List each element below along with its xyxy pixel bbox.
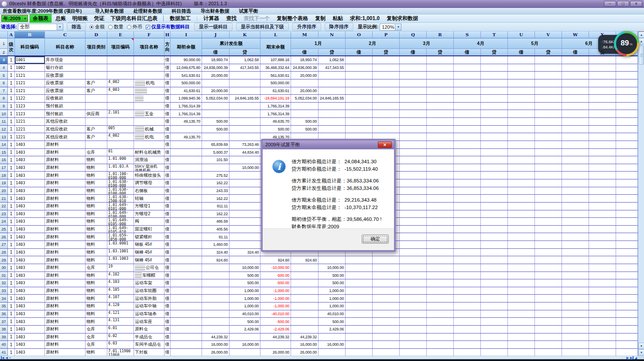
cell-empty[interactable] xyxy=(427,233,454,241)
cell-account-code[interactable]: 1403 xyxy=(15,318,45,325)
cell-opening-balance[interactable] xyxy=(171,218,202,225)
cell-opening-balance[interactable] xyxy=(171,233,202,241)
cell-opening-balance[interactable]: 49,135.70 xyxy=(171,133,202,141)
cell-empty[interactable] xyxy=(562,203,589,210)
cell-account-name[interactable]: 原材料 xyxy=(45,241,86,248)
cell-empty[interactable] xyxy=(589,295,616,302)
action-button-升序排序[interactable]: 升序排序 xyxy=(292,23,321,31)
cell-empty[interactable] xyxy=(508,87,535,95)
cell-accum-credit[interactable] xyxy=(230,233,260,241)
toolbar-item[interactable]: 计算器 xyxy=(200,14,223,23)
cell-empty[interactable] xyxy=(346,79,373,87)
cell-direction[interactable]: 借 xyxy=(164,233,171,241)
cell-empty[interactable] xyxy=(427,72,454,79)
cell-empty[interactable] xyxy=(508,287,535,295)
cell-project-category[interactable]: 物料 xyxy=(86,295,107,302)
action-button-降序排序[interactable]: 降序排序 xyxy=(325,23,353,31)
cell-empty[interactable] xyxy=(427,164,454,172)
cell-empty[interactable] xyxy=(589,303,616,310)
column-letter-E[interactable]: E xyxy=(107,31,134,38)
row-number[interactable]: 28 xyxy=(0,249,8,256)
row-number[interactable]: 39 xyxy=(0,333,8,341)
cell-level[interactable]: 1 xyxy=(8,333,15,341)
cell-empty[interactable] xyxy=(400,218,427,225)
cell-month1-credit[interactable]: 500.00 xyxy=(319,272,346,279)
cell-empty[interactable] xyxy=(400,195,427,202)
cell-month1-debit[interactable] xyxy=(291,295,319,302)
cell-empty[interactable] xyxy=(589,118,616,125)
cell-empty[interactable] xyxy=(535,256,562,264)
cell-empty[interactable] xyxy=(616,249,638,256)
cell-project-name[interactable]: 特殊螺纹接头 xyxy=(134,172,164,179)
cell-accum-credit[interactable] xyxy=(230,187,260,195)
cell-empty[interactable] xyxy=(454,133,481,141)
cell-accum-credit[interactable]: 1,000.00 xyxy=(230,287,260,295)
cell-project-name[interactable] xyxy=(134,118,164,125)
cell-project-code[interactable]: 7.01.1190011060 xyxy=(107,349,134,356)
cell-direction[interactable]: 借 xyxy=(164,264,171,272)
cell-month1-debit[interactable]: 500.00 xyxy=(291,118,319,125)
cell-empty[interactable] xyxy=(427,187,454,195)
cell-empty[interactable] xyxy=(589,256,616,264)
cell-level[interactable]: 1 xyxy=(8,279,15,287)
cell-empty[interactable] xyxy=(481,349,508,356)
cell-empty[interactable] xyxy=(562,72,589,79)
cell-level[interactable]: 1 xyxy=(8,226,15,233)
cell-accum-credit[interactable]: 44,834.40 xyxy=(230,149,260,156)
cell-empty[interactable] xyxy=(535,103,562,110)
cell-empty[interactable] xyxy=(562,156,589,164)
cell-account-name[interactable]: 原材料 xyxy=(45,256,86,264)
row-number[interactable]: 26 xyxy=(0,233,8,241)
cell-account-name[interactable]: 原材料 xyxy=(45,326,86,333)
cell-project-code[interactable] xyxy=(107,103,134,110)
cell-project-category[interactable] xyxy=(86,56,107,64)
cell-level[interactable]: 1 xyxy=(8,326,15,333)
cell-month1-credit[interactable]: 417,343.55 xyxy=(319,64,346,72)
cell-direction[interactable]: 借 xyxy=(164,126,171,133)
cell-month1-debit[interactable] xyxy=(291,264,319,272)
cell-accum-debit[interactable]: 5,052,034.00 xyxy=(202,95,230,102)
header-debit[interactable]: 借 xyxy=(291,49,319,55)
cell-empty[interactable] xyxy=(373,272,400,279)
cell-empty[interactable] xyxy=(454,56,481,64)
cell-project-category[interactable]: 物料 xyxy=(86,187,107,195)
cell-empty[interactable] xyxy=(535,133,562,141)
cell-empty[interactable] xyxy=(589,56,616,64)
cell-empty[interactable] xyxy=(400,149,427,156)
row-number[interactable]: 4 xyxy=(0,64,8,72)
cell-empty[interactable] xyxy=(481,141,508,148)
row-number[interactable]: 13 xyxy=(0,133,8,141)
cell-empty[interactable] xyxy=(373,295,400,302)
cell-direction[interactable]: 借 xyxy=(164,187,171,195)
column-letter-M[interactable]: M xyxy=(291,31,319,38)
cell-empty[interactable] xyxy=(427,203,454,210)
cell-accum-credit[interactable]: 417,343.55 xyxy=(230,64,260,72)
cell-empty[interactable] xyxy=(373,318,400,325)
cell-account-name[interactable]: 原材料 xyxy=(45,349,86,356)
cell-month1-credit[interactable]: 1,000.00 xyxy=(319,303,346,310)
row-number[interactable]: 35 xyxy=(0,303,8,310)
cell-empty[interactable] xyxy=(535,79,562,87)
cell-project-code[interactable] xyxy=(107,72,134,79)
cell-empty[interactable] xyxy=(508,295,535,302)
cell-empty[interactable] xyxy=(589,210,616,218)
cell-direction[interactable]: 借 xyxy=(164,79,171,87)
cell-empty[interactable] xyxy=(508,349,535,356)
cell-empty[interactable] xyxy=(616,226,638,233)
cell-level[interactable]: 1 xyxy=(8,87,15,95)
cell-empty[interactable] xyxy=(535,72,562,79)
cell-empty[interactable] xyxy=(562,79,589,87)
cell-opening-balance[interactable] xyxy=(171,203,202,210)
cell-empty[interactable] xyxy=(589,164,616,172)
cell-empty[interactable] xyxy=(616,72,638,79)
cell-empty[interactable] xyxy=(508,95,535,102)
cell-empty[interactable] xyxy=(427,264,454,272)
cell-empty[interactable] xyxy=(427,126,454,133)
cell-project-name[interactable]: 钢板 45# xyxy=(134,241,164,248)
cell-direction[interactable]: 借 xyxy=(164,326,171,333)
action-button-显示一级科目[interactable]: 显示一级科目 xyxy=(194,23,233,31)
cell-empty[interactable] xyxy=(616,64,638,72)
cell-empty[interactable] xyxy=(535,156,562,164)
cell-empty[interactable] xyxy=(346,318,373,325)
cell-empty[interactable] xyxy=(508,241,535,248)
